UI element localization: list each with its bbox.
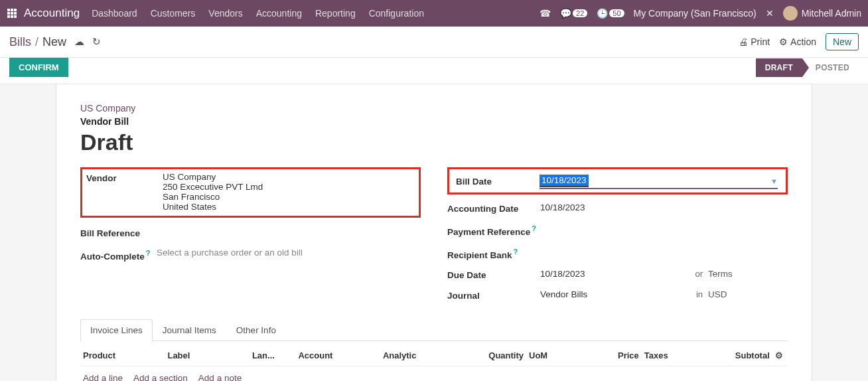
- user-menu[interactable]: Mitchell Admin: [783, 6, 861, 21]
- app-brand[interactable]: Accounting: [24, 7, 80, 20]
- print-button[interactable]: 🖨 Print: [739, 37, 770, 47]
- col-subtotal[interactable]: Subtotal: [703, 345, 772, 366]
- terms-field[interactable]: Terms: [708, 269, 788, 279]
- bill-date-field[interactable]: 10/18/2023: [540, 175, 589, 187]
- bill-reference-label: Bill Reference: [80, 227, 157, 238]
- tab-invoice-lines[interactable]: Invoice Lines: [80, 319, 153, 341]
- accounting-date-field[interactable]: 10/18/2023: [540, 202, 788, 212]
- messages-icon[interactable]: 💬22: [560, 8, 587, 19]
- page-title: Draft: [80, 129, 788, 155]
- new-button[interactable]: New: [826, 33, 859, 50]
- gear-icon[interactable]: ⚙: [775, 350, 783, 360]
- auto-complete-field[interactable]: Select a purchase order or an old bill: [157, 248, 421, 258]
- tab-other-info[interactable]: Other Info: [226, 319, 286, 341]
- apps-icon[interactable]: [7, 8, 17, 19]
- clock-icon[interactable]: 🕒50: [597, 8, 624, 19]
- journal-label: Journal: [447, 289, 540, 301]
- breadcrumb: Bills / New: [9, 35, 66, 49]
- due-date-label: Due Date: [447, 269, 540, 280]
- doc-type: Vendor Bill: [80, 116, 788, 127]
- col-analytic[interactable]: Analytic: [380, 345, 465, 366]
- col-account[interactable]: Account: [295, 345, 380, 366]
- journal-field[interactable]: Vendor Bills: [540, 289, 691, 299]
- tools-icon[interactable]: ✕: [766, 8, 774, 19]
- add-note-link[interactable]: Add a note: [198, 373, 242, 381]
- recipient-bank-label: Recipient Bank?: [447, 246, 540, 260]
- confirm-button[interactable]: CONFIRM: [9, 58, 68, 77]
- currency-field[interactable]: USD: [708, 289, 788, 299]
- vendor-value[interactable]: US Company 250 Excecutive PVT Lmd San Fr…: [163, 172, 415, 212]
- payment-reference-label: Payment Reference?: [447, 223, 540, 237]
- breadcrumb-parent[interactable]: Bills: [9, 35, 31, 49]
- avatar: [783, 6, 798, 21]
- col-product[interactable]: Product: [80, 345, 165, 366]
- accounting-date-label: Accounting Date: [447, 202, 540, 214]
- company-switcher[interactable]: My Company (San Francisco): [634, 8, 757, 19]
- discard-icon[interactable]: ↻: [92, 36, 101, 48]
- company-link[interactable]: US Company: [80, 103, 788, 114]
- stage-posted[interactable]: POSTED: [802, 58, 859, 77]
- add-line-link[interactable]: Add a line: [83, 373, 123, 381]
- nav-configuration[interactable]: Configuration: [369, 8, 424, 19]
- col-lan[interactable]: Lan...: [250, 345, 296, 366]
- col-label[interactable]: Label: [165, 345, 249, 366]
- chevron-down-icon[interactable]: ▼: [770, 177, 778, 185]
- cloud-save-icon[interactable]: ☁: [74, 36, 84, 48]
- nav-dashboard[interactable]: Dashboard: [92, 8, 137, 19]
- stage-draft[interactable]: DRAFT: [756, 58, 802, 77]
- nav-accounting[interactable]: Accounting: [256, 8, 302, 19]
- nav-vendors[interactable]: Vendors: [208, 8, 242, 19]
- table-row: Add a line Add a section Add a note: [80, 366, 788, 382]
- nav-customers[interactable]: Customers: [151, 8, 196, 19]
- breadcrumb-current: New: [42, 35, 66, 49]
- bill-date-label: Bill Date: [456, 175, 540, 187]
- nav-reporting[interactable]: Reporting: [315, 8, 356, 19]
- add-section-link[interactable]: Add a section: [133, 373, 188, 381]
- col-price[interactable]: Price: [580, 345, 642, 366]
- col-taxes[interactable]: Taxes: [642, 345, 703, 366]
- col-quantity[interactable]: Quantity: [465, 345, 526, 366]
- vendor-label: Vendor: [86, 172, 163, 183]
- auto-complete-label: Auto-Complete?: [80, 248, 157, 262]
- action-button[interactable]: ⚙ Action: [779, 37, 816, 47]
- phone-icon[interactable]: ☎: [540, 8, 551, 19]
- due-date-field[interactable]: 10/18/2023: [540, 269, 689, 279]
- col-uom[interactable]: UoM: [526, 345, 580, 366]
- tab-journal-items[interactable]: Journal Items: [153, 319, 226, 341]
